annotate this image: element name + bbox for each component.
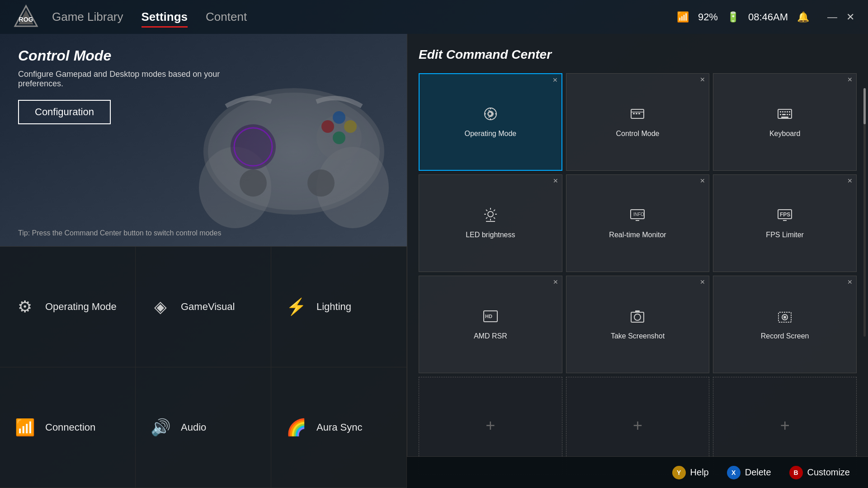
- setting-label-operating-mode: Operating Mode: [45, 301, 117, 313]
- add-icon: +: [633, 416, 642, 435]
- svg-text:ROG: ROG: [19, 16, 33, 23]
- setting-item-connection[interactable]: 📶 Connection: [0, 367, 136, 488]
- setting-icon-aura-sync: 🌈: [285, 418, 307, 437]
- svg-point-14: [240, 169, 267, 197]
- cmd-close-operating-mode[interactable]: ✕: [552, 77, 558, 83]
- cmd-label-take-screenshot: Take Screenshot: [611, 332, 665, 340]
- window-controls: — ✕: [827, 11, 854, 23]
- cmd-label-operating-mode: Operating Mode: [464, 129, 516, 138]
- cmd-item-fps-limiter[interactable]: ✕ FPS FPS Limiter: [713, 174, 857, 272]
- hero-title: Control Mode: [18, 47, 244, 64]
- customize-button[interactable]: B Customize: [789, 466, 850, 479]
- svg-text:HD: HD: [485, 314, 492, 319]
- svg-rect-53: [635, 310, 640, 313]
- svg-point-10: [321, 120, 334, 133]
- cmd-item-keyboard[interactable]: ✕ Keyboard: [713, 73, 857, 171]
- svg-rect-25: [784, 111, 786, 113]
- bell-icon: 🔔: [797, 11, 809, 23]
- cmd-close-record-screen[interactable]: ✕: [847, 279, 853, 285]
- cmd-close-keyboard[interactable]: ✕: [847, 76, 853, 83]
- hero-description: Configure Gamepad and Desktop modes base…: [18, 70, 244, 89]
- setting-item-audio[interactable]: 🔊 Audio: [136, 367, 271, 488]
- help-button[interactable]: Y Help: [672, 466, 709, 479]
- cmd-close-take-screenshot[interactable]: ✕: [700, 279, 705, 285]
- battery-percent: 92%: [698, 11, 718, 23]
- setting-icon-operating-mode: ⚙: [14, 297, 36, 316]
- cmd-label-keyboard: Keyboard: [769, 129, 801, 138]
- command-grid: ✕ Operating Mode ✕ Control Mode ✕ Keyboa…: [419, 73, 857, 474]
- cmd-close-led-brightness[interactable]: ✕: [553, 178, 558, 184]
- cmd-item-take-screenshot[interactable]: ✕ Take Screenshot: [566, 276, 710, 373]
- setting-label-gamevisual: GameVisual: [181, 301, 235, 313]
- cmd-item-led-brightness[interactable]: ✕ LED brightness: [419, 174, 562, 272]
- cmd-close-amd-rsr[interactable]: ✕: [553, 279, 558, 285]
- cmd-icon-amd-rsr: HD: [482, 308, 499, 328]
- cmd-label-amd-rsr: AMD RSR: [474, 332, 507, 340]
- cmd-label-fps-limiter: FPS Limiter: [766, 230, 804, 239]
- customize-label: Customize: [807, 467, 850, 478]
- setting-icon-lighting: ⚡: [285, 297, 307, 316]
- cmd-item-record-screen[interactable]: ✕ Record Screen: [713, 276, 857, 373]
- scrollbar-thumb[interactable]: [863, 88, 866, 124]
- hero-section: Control Mode Configure Gamepad and Deskt…: [0, 34, 407, 246]
- left-panel: Control Mode Configure Gamepad and Deskt…: [0, 34, 407, 488]
- add-icon: +: [780, 416, 790, 435]
- help-label: Help: [690, 467, 709, 478]
- svg-point-15: [307, 169, 335, 197]
- cmd-close-fps-limiter[interactable]: ✕: [847, 178, 853, 184]
- main-content: Control Mode Configure Gamepad and Deskt…: [0, 34, 868, 488]
- svg-rect-26: [787, 111, 788, 113]
- nav-game-library[interactable]: Game Library: [52, 10, 123, 24]
- svg-line-38: [494, 210, 495, 211]
- scrollbar[interactable]: [863, 88, 866, 337]
- svg-point-52: [634, 314, 641, 320]
- wifi-icon: 📶: [677, 11, 689, 23]
- delete-button[interactable]: X Delete: [727, 466, 771, 479]
- minimize-button[interactable]: —: [827, 11, 837, 23]
- cmd-item-amd-rsr[interactable]: ✕ HD AMD RSR: [419, 276, 562, 373]
- panel-title: Edit Command Center: [419, 47, 857, 62]
- cmd-label-realtime-monitor: Real-time Monitor: [609, 230, 666, 239]
- cmd-label-control-mode: Control Mode: [616, 129, 659, 138]
- cmd-close-realtime-monitor[interactable]: ✕: [700, 178, 705, 184]
- setting-label-audio: Audio: [181, 422, 206, 433]
- setting-item-aura-sync[interactable]: 🌈 Aura Sync: [271, 367, 407, 488]
- hero-content: Control Mode Configure Gamepad and Deskt…: [18, 47, 244, 124]
- setting-item-lighting[interactable]: ⚡ Lighting: [271, 247, 407, 367]
- settings-grid: ⚙ Operating Mode ◈ GameVisual ⚡ Lighting…: [0, 246, 407, 488]
- nav-settings[interactable]: Settings: [142, 10, 188, 24]
- close-button[interactable]: ✕: [846, 11, 854, 23]
- setting-icon-gamevisual: ◈: [149, 297, 172, 316]
- titlebar-right: 📶 92% 🔋 08:46AM 🔔 — ✕: [677, 11, 854, 23]
- nav-content[interactable]: Content: [206, 10, 247, 24]
- cmd-close-control-mode[interactable]: ✕: [700, 76, 705, 83]
- svg-line-41: [486, 210, 487, 211]
- svg-point-11: [333, 131, 345, 144]
- nav: Game Library Settings Content: [52, 10, 677, 24]
- svg-text:FPS: FPS: [780, 211, 790, 218]
- svg-point-9: [333, 111, 345, 124]
- svg-rect-24: [782, 111, 783, 113]
- cmd-icon-operating-mode: [482, 106, 499, 126]
- svg-rect-31: [789, 114, 790, 115]
- svg-rect-32: [781, 117, 788, 118]
- x-circle: X: [727, 466, 741, 479]
- svg-rect-19: [633, 113, 635, 114]
- svg-point-56: [783, 316, 786, 319]
- cmd-item-realtime-monitor[interactable]: ✕ INFO Real-time Monitor: [566, 174, 710, 272]
- cmd-item-operating-mode[interactable]: ✕ Operating Mode: [419, 73, 562, 171]
- titlebar: ROG Game Library Settings Content 📶 92% …: [0, 0, 868, 34]
- delete-label: Delete: [745, 467, 771, 478]
- setting-item-gamevisual[interactable]: ◈ GameVisual: [136, 247, 271, 367]
- setting-item-operating-mode[interactable]: ⚙ Operating Mode: [0, 247, 136, 367]
- setting-label-aura-sync: Aura Sync: [316, 422, 363, 433]
- svg-point-12: [231, 124, 276, 169]
- setting-label-connection: Connection: [45, 422, 95, 433]
- clock: 08:46AM: [748, 11, 788, 23]
- add-icon: +: [486, 416, 495, 435]
- svg-rect-29: [782, 114, 786, 115]
- setting-label-lighting: Lighting: [316, 301, 351, 313]
- b-circle: B: [789, 466, 803, 479]
- cmd-item-control-mode[interactable]: ✕ Control Mode: [566, 73, 710, 171]
- configuration-button[interactable]: Configuration: [18, 100, 111, 124]
